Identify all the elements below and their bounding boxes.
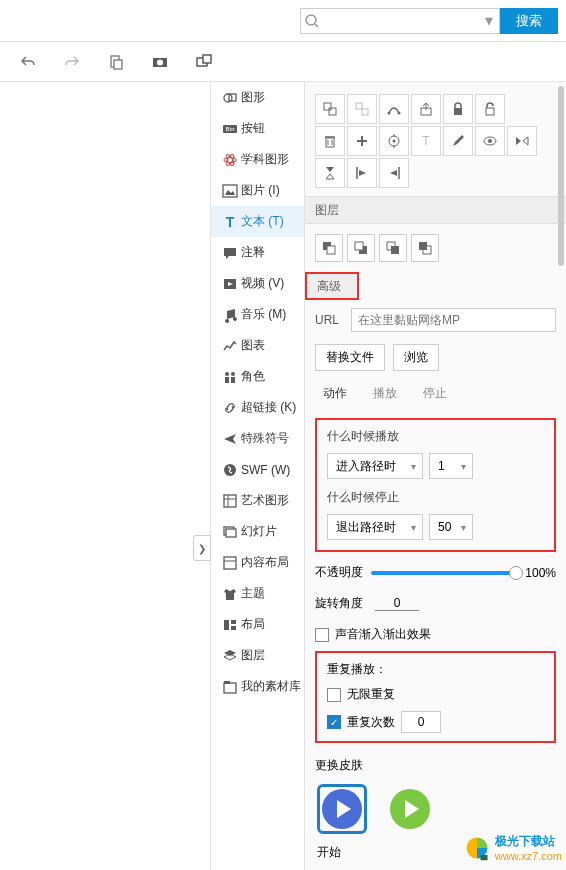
skin-green-button[interactable] [385,784,435,834]
tab-action[interactable]: 动作 [315,381,355,406]
svg-text:T: T [422,134,430,148]
svg-rect-40 [329,108,336,115]
tab-stop[interactable]: 停止 [415,381,455,406]
repeat-count-checkbox[interactable]: ✓ [327,715,341,729]
opacity-label: 不透明度 [315,564,363,581]
sidebar-item-content-layout[interactable]: 内容布局 [211,547,304,578]
delete-icon[interactable] [315,126,345,156]
svg-rect-46 [454,108,462,115]
group-icon[interactable] [315,94,345,124]
flip-h-icon[interactable] [507,126,537,156]
svg-point-0 [306,15,316,25]
skin-blue-button[interactable] [317,784,367,834]
rotation-input[interactable] [375,596,419,611]
browse-button[interactable]: 浏览 [393,344,439,371]
search-dropdown-icon[interactable]: ▾ [479,11,499,30]
svg-rect-34 [231,626,236,630]
swf-icon [219,462,241,478]
search-input[interactable] [323,14,479,28]
target-icon[interactable] [379,126,409,156]
sidebar-item-special-char[interactable]: 特殊符号 [211,423,304,454]
infinite-repeat-checkbox[interactable] [327,688,341,702]
redo-icon[interactable] [58,48,86,76]
fade-checkbox[interactable] [315,628,329,642]
export-icon[interactable] [411,94,441,124]
bring-forward-icon[interactable] [347,234,375,262]
svg-point-20 [225,372,229,376]
svg-marker-16 [225,190,235,195]
sidebar-item-layer[interactable]: 图层 [211,640,304,671]
sidebar-item-subject-shape[interactable]: 学科图形 [211,144,304,175]
lock-icon[interactable] [443,94,473,124]
align-left-icon[interactable] [347,158,377,188]
send-backward-icon[interactable] [379,234,407,262]
bring-front-icon[interactable] [315,234,343,262]
camera-icon[interactable] [146,48,174,76]
svg-rect-3 [114,60,122,69]
sidebar-item-image[interactable]: 图片 (I) [211,175,304,206]
sidebar-item-video[interactable]: 视频 (V) [211,268,304,299]
canvas-area[interactable]: ❯ [0,82,210,870]
sidebar-item-hyperlink[interactable]: 超链接 (K) [211,392,304,423]
stop-trigger-select[interactable]: 退出路径时 [327,514,423,540]
sidebar-item-button[interactable]: Btn按钮 [211,113,304,144]
path-icon[interactable] [379,94,409,124]
svg-point-21 [231,372,235,376]
eye-icon[interactable] [475,126,505,156]
play-trigger-select[interactable]: 进入路径时 [327,453,423,479]
tab-play[interactable]: 播放 [365,381,405,406]
send-back-icon[interactable] [411,234,439,262]
advanced-section-header[interactable]: 高级 [305,272,359,300]
slider-thumb[interactable] [509,566,523,580]
sidebar-item-label: 图形 [241,89,265,106]
frame-icon[interactable] [190,48,218,76]
sidebar-item-slideshow[interactable]: 幻灯片 [211,516,304,547]
layers-icon [219,648,241,664]
scroll-thumb[interactable] [558,86,564,266]
search-box: ▾ 搜索 [300,8,558,34]
unlock-icon[interactable] [475,94,505,124]
align-right-icon[interactable] [379,158,409,188]
sidebar-item-comment[interactable]: 注释 [211,237,304,268]
search-icon [301,13,323,29]
repeat-count-input[interactable] [401,711,441,733]
flip-v-icon[interactable] [315,158,345,188]
scrollbar[interactable] [558,82,564,870]
sidebar-item-label: 注释 [241,244,265,261]
paste-icon[interactable] [102,48,130,76]
url-label: URL [315,313,343,327]
sidebar-item-library[interactable]: 我的素材库 [211,671,304,702]
sidebar-item-layout[interactable]: 布局 [211,609,304,640]
image-icon [219,183,241,199]
ungroup-icon[interactable] [347,94,377,124]
sidebar-item-shape[interactable]: 图形 [211,82,304,113]
sidebar-item-text[interactable]: T文本 (T) [211,206,304,237]
svg-point-5 [157,59,163,65]
svg-marker-66 [359,170,366,176]
add-icon[interactable] [347,126,377,156]
opacity-slider[interactable] [371,571,517,575]
replace-file-button[interactable]: 替换文件 [315,344,385,371]
layer-section [305,224,566,272]
people-icon [219,369,241,385]
sidebar-item-art-shape[interactable]: 艺术图形 [211,485,304,516]
url-input[interactable] [351,308,556,332]
svg-rect-29 [226,529,236,537]
search-input-wrap[interactable]: ▾ [300,8,500,34]
sidebar-item-chart[interactable]: 图表 [211,330,304,361]
expand-sidebar-icon[interactable]: ❯ [193,535,211,561]
text-tool-icon[interactable]: T [411,126,441,156]
watermark-url: www.xz7.com [495,850,562,862]
stop-value-select[interactable]: 50 [429,514,473,540]
sidebar-item-character[interactable]: 角色 [211,361,304,392]
undo-icon[interactable] [14,48,42,76]
layer-section-header[interactable]: 图层 [305,196,566,224]
opacity-row: 不透明度 100% [305,558,566,587]
sidebar-item-label: 图层 [241,647,265,664]
brush-icon[interactable] [443,126,473,156]
search-button[interactable]: 搜索 [500,8,558,34]
sidebar-item-music[interactable]: 音乐 (M) [211,299,304,330]
play-value-select[interactable]: 1 [429,453,473,479]
sidebar-item-theme[interactable]: 主题 [211,578,304,609]
sidebar-item-swf[interactable]: SWF (W) [211,454,304,485]
